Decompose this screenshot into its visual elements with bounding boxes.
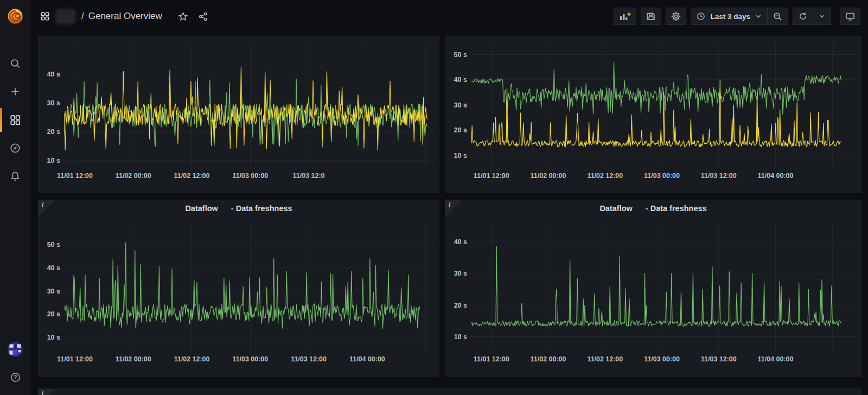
panel-info-icon[interactable]: i [449,201,450,209]
panel-title-suffix: - Data freshness [231,204,292,213]
compass-icon [9,142,21,154]
svg-text:30 s: 30 s [47,288,60,295]
zoom-out-button[interactable] [767,8,788,24]
user-avatar[interactable] [7,341,23,358]
svg-text:11/02 12:00: 11/02 12:00 [174,172,210,180]
panel-title[interactable]: Dataflow - Data freshness [39,200,439,216]
search-icon [9,58,21,69]
chevron-down-icon [818,12,826,20]
timeseries-chart-bottom-right[interactable]: 10 s20 s30 s40 s11/01 12:0011/02 00:0011… [445,216,861,377]
panel-info-icon[interactable]: i [42,390,43,395]
svg-text:11/03 12:0: 11/03 12:0 [293,172,325,180]
sidebar-item-dashboards[interactable] [0,112,30,128]
svg-text:11/02 00:00: 11/02 00:00 [531,355,566,363]
svg-text:11/02 12:00: 11/02 12:00 [587,172,623,180]
svg-text:40 s: 40 s [47,71,60,78]
svg-text:11/02 12:00: 11/02 12:00 [174,355,210,363]
panel-title[interactable]: Dataflow - Data freshness [445,200,861,216]
svg-text:10 s: 10 s [454,152,467,160]
svg-text:11/04 00:00: 11/04 00:00 [349,355,385,363]
panel-next-row-partial[interactable]: i [38,388,861,395]
svg-text:11/03 00:00: 11/03 00:00 [644,172,680,180]
help-icon: ? [10,372,21,383]
sidebar-bottom: ? [7,341,23,395]
panel-info-icon[interactable]: i [42,201,43,209]
breadcrumb-separator: / [81,11,84,22]
svg-text:11/03 00:00: 11/03 00:00 [644,355,680,363]
breadcrumb-text: / General Overview [81,11,162,22]
svg-text:50 s: 50 s [454,51,467,59]
time-picker-group: Last 3 days [691,8,788,25]
dashboard-grid-icon[interactable] [40,11,50,21]
grafana-dashboard: ? / General Overview [0,0,868,395]
save-dashboard-button[interactable] [641,8,661,25]
panel-title-suffix: - Data freshness [646,204,707,213]
svg-text:11/04 00:00: 11/04 00:00 [758,355,794,363]
refresh-icon [798,11,808,21]
svg-text:11/01 12:00: 11/01 12:00 [57,355,93,363]
add-panel-icon [618,11,631,22]
timeseries-chart-top-left[interactable]: 10 s20 s30 s40 s11/01 12:0011/02 00:0011… [39,36,439,193]
toolbar: Last 3 days [614,8,860,25]
cycle-view-mode-button[interactable] [840,8,860,25]
sidebar-item-alerting[interactable] [0,168,30,184]
time-range-label: Last 3 days [710,12,750,21]
add-panel-button[interactable] [614,8,636,25]
svg-text:11/03 12:00: 11/03 12:00 [701,172,737,180]
svg-text:10 s: 10 s [47,334,60,341]
share-icon[interactable] [198,11,208,22]
dashboard-header: / General Overview [30,0,868,33]
plus-icon [9,86,21,98]
timeseries-chart-bottom-left[interactable]: 10 s20 s30 s40 s50 s11/01 12:0011/02 00:… [39,216,439,377]
breadcrumb-folder-redacted[interactable] [57,10,74,23]
svg-text:11/04 00:00: 11/04 00:00 [758,172,794,180]
panel-info-corner [445,200,462,216]
refresh-group [793,8,831,25]
sidebar-item-explore[interactable] [0,140,30,156]
refresh-interval-button[interactable] [813,8,831,24]
refresh-button[interactable] [793,8,813,24]
svg-text:20 s: 20 s [47,128,60,136]
svg-text:30 s: 30 s [47,99,60,107]
svg-text:30 s: 30 s [454,101,467,109]
svg-text:20 s: 20 s [47,310,60,318]
bell-icon [9,170,21,182]
svg-text:11/03 00:00: 11/03 00:00 [232,355,268,363]
panel-info-corner [39,200,55,216]
svg-text:11/02 00:00: 11/02 00:00 [116,355,151,363]
panel-bottom-left: i Dataflow - Data freshness 10 s20 s30 s… [38,200,439,377]
svg-text:50 s: 50 s [47,241,60,249]
favorite-star-icon[interactable] [178,11,188,22]
clock-icon [696,11,706,21]
svg-text:11/01 12:00: 11/01 12:00 [474,355,509,363]
sidebar-item-help[interactable]: ? [10,372,21,383]
grafana-logo[interactable] [0,0,30,33]
svg-text:11/02 00:00: 11/02 00:00 [116,172,151,180]
dashboard-settings-button[interactable] [666,8,686,25]
svg-text:40 s: 40 s [47,264,60,272]
gear-icon [671,11,681,22]
panel-title-prefix: Dataflow [185,204,218,213]
breadcrumb: / General Overview [40,10,208,23]
svg-text:11/02 12:00: 11/02 12:00 [587,355,623,363]
panel-top-right: 10 s20 s30 s40 s50 s11/01 12:0011/02 00:… [445,36,861,193]
svg-text:11/03 12:00: 11/03 12:00 [291,355,327,363]
time-picker-button[interactable]: Last 3 days [691,8,767,24]
grafana-logo-icon [6,7,24,26]
sidebar: ? [0,0,30,395]
save-icon [646,11,656,22]
sidebar-nav [0,55,30,184]
svg-text:40 s: 40 s [454,76,467,84]
sidebar-item-search[interactable] [0,55,30,72]
timeseries-chart-top-right[interactable]: 10 s20 s30 s40 s50 s11/01 12:0011/02 00:… [445,36,861,193]
zoom-out-icon [773,11,783,22]
svg-text:?: ? [14,374,17,380]
svg-text:11/03 12:00: 11/03 12:00 [701,355,737,363]
panel-title-prefix: Dataflow [599,204,632,213]
svg-text:20 s: 20 s [454,302,467,309]
svg-text:11/02 00:00: 11/02 00:00 [531,172,566,180]
panel-info-corner [39,389,55,395]
svg-text:30 s: 30 s [454,270,467,277]
sidebar-item-create[interactable] [0,84,30,100]
svg-text:10 s: 10 s [47,157,60,165]
